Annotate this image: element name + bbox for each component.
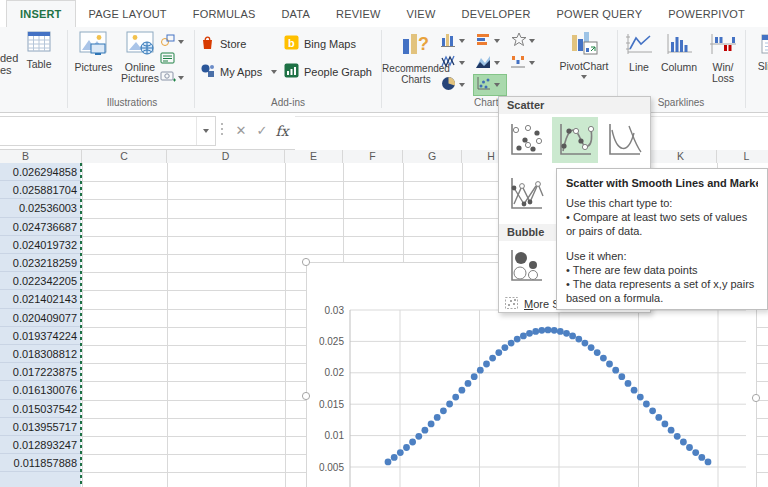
sparkline-winloss-button[interactable]: Win/ Loss (702, 32, 744, 85)
bing-maps-button[interactable]: b Bing Maps (284, 35, 356, 52)
insert-bar-chart-button[interactable] (474, 31, 506, 51)
menu-tile-scatter-straight-markers[interactable] (503, 171, 549, 217)
y-tick-label: 0.03 (325, 305, 345, 316)
scatter-smooth-lines-markers-icon (555, 120, 595, 160)
people-graph-button[interactable]: People Graph (284, 63, 372, 80)
table-icon (27, 31, 51, 56)
menu-tile-scatter[interactable] (503, 117, 549, 163)
column-header-e[interactable]: E (285, 150, 343, 163)
waterfall-chart-icon (511, 54, 527, 73)
cell-b10[interactable]: 0.019374224 (0, 327, 81, 345)
insert-pie-chart-button[interactable] (439, 75, 471, 95)
shapes-icon (160, 33, 176, 51)
column-header-l[interactable]: L (717, 150, 768, 163)
menu-tile-bubble[interactable] (503, 243, 549, 289)
dropdown-arrow-icon (459, 61, 465, 65)
slicer-button[interactable]: Slicer (749, 31, 768, 72)
tab-formulas[interactable]: FORMULAS (180, 0, 269, 27)
radar-chart-icon (511, 32, 527, 51)
cell-b14[interactable]: 0.015037542 (0, 400, 81, 418)
smartart-button[interactable] (160, 51, 176, 69)
sparkline-line-icon (625, 32, 653, 59)
insert-scatter-chart-button[interactable] (474, 75, 506, 95)
cell-b5[interactable]: 0.024019732 (0, 236, 81, 254)
cell-b1[interactable]: 0.026294858 (0, 163, 81, 181)
cell-b8[interactable]: 0.021402143 (0, 290, 81, 308)
tooltip-bullet: • The data represents a set of x,y pairs… (566, 277, 758, 305)
cell-b17[interactable]: 0.011857888 (0, 454, 81, 472)
tooltip-line: Use this chart type to: (566, 196, 758, 210)
chart-selection-handle[interactable] (752, 394, 759, 401)
cell-b16[interactable]: 0.012893247 (0, 436, 81, 454)
column-header-d[interactable]: D (167, 150, 285, 163)
sparkline-column-button[interactable]: Column (656, 32, 702, 73)
cell-b2[interactable]: 0.025881704 (0, 181, 81, 199)
insert-waterfall-chart-button[interactable] (509, 53, 541, 73)
scatter-smooth-lines-icon (604, 120, 644, 160)
cell-b9[interactable]: 0.020409077 (0, 309, 81, 327)
insert-stock-chart-button[interactable] (439, 53, 471, 73)
pivotchart-button[interactable]: PivotChart (556, 30, 612, 79)
cell-b6[interactable]: 0.023218259 (0, 254, 81, 272)
recommended-charts-button[interactable]: ? Recommended Charts (386, 30, 446, 86)
cell-b4[interactable]: 0.024736687 (0, 218, 81, 236)
cell-b7[interactable]: 0.022342205 (0, 272, 81, 290)
my-apps-button[interactable]: My Apps (200, 63, 277, 80)
name-box[interactable] (0, 116, 216, 146)
table-button[interactable]: Table (16, 31, 62, 70)
cell-b18[interactable] (0, 472, 81, 487)
tooltip-bullet: • There are few data points (566, 263, 758, 277)
sparkline-line-button[interactable]: Line (622, 32, 656, 73)
cell-b13[interactable]: 0.016130076 (0, 381, 81, 399)
store-button[interactable]: Store (200, 35, 246, 52)
insert-column-chart-button[interactable] (439, 31, 471, 51)
cell-b12[interactable]: 0.017223875 (0, 363, 81, 381)
tab-power-query[interactable]: POWER QUERY (544, 0, 656, 27)
smartart-icon (160, 51, 176, 69)
menu-tile-scatter-smooth-markers[interactable] (552, 117, 598, 163)
tooltip-line: Use it when: (566, 249, 758, 263)
enter-button[interactable]: ✓ (252, 119, 272, 142)
column-header-b[interactable]: B (0, 150, 82, 163)
y-tick-label: 0.02 (325, 367, 345, 378)
tab-powerpivot[interactable]: POWERPIVOT (655, 0, 758, 27)
cell-b11[interactable]: 0.018308812 (0, 345, 81, 363)
pie-chart-icon (441, 76, 457, 95)
cancel-button[interactable]: ✕ (231, 119, 251, 142)
menu-tile-scatter-smooth[interactable] (601, 117, 647, 163)
pictures-button[interactable]: Pictures (71, 31, 116, 73)
tab-insert[interactable]: INSERT (6, 0, 76, 27)
formula-bar: ✕ ✓ fx (0, 113, 768, 150)
tab-view[interactable]: VIEW (394, 0, 449, 27)
chart-selection-handle[interactable] (302, 392, 309, 399)
chart-selection-handle[interactable] (302, 258, 309, 265)
name-box-dropdown[interactable] (196, 117, 215, 145)
tab-data[interactable]: DATA (268, 0, 323, 27)
my-apps-icon (200, 63, 215, 80)
tab-page-layout[interactable]: PAGE LAYOUT (76, 0, 180, 27)
insert-function-button[interactable]: fx (272, 119, 292, 142)
dropdown-arrow-icon (494, 39, 500, 43)
dropdown-arrow-icon (529, 39, 535, 43)
insert-radar-chart-button[interactable] (509, 31, 541, 51)
cell-b3[interactable]: 0.02536003 (0, 199, 81, 217)
people-graph-icon (284, 63, 299, 80)
column-chart-icon (441, 32, 457, 51)
formula-bar-splitter[interactable] (221, 123, 223, 137)
tab-review[interactable]: REVIEW (323, 0, 394, 27)
column-header-k[interactable]: K (645, 150, 717, 163)
column-header-c[interactable]: C (82, 150, 167, 163)
shapes-button[interactable] (160, 33, 184, 51)
online-pictures-button[interactable]: Online Pictures (117, 31, 163, 85)
y-tick-label: 0.025 (319, 336, 344, 347)
cell-b15[interactable]: 0.013955717 (0, 418, 81, 436)
cancel-x-icon: ✕ (236, 123, 247, 138)
column-header-f[interactable]: F (343, 150, 403, 163)
screenshot-button[interactable] (160, 69, 184, 87)
addins-group-label: Add-ins (196, 97, 380, 108)
tab-developer[interactable]: DEVELOPER (449, 0, 544, 27)
column-header-g[interactable]: G (403, 150, 462, 163)
insert-area-chart-button[interactable] (474, 53, 506, 73)
group-separator (194, 30, 195, 108)
bar-chart-icon (476, 32, 492, 51)
